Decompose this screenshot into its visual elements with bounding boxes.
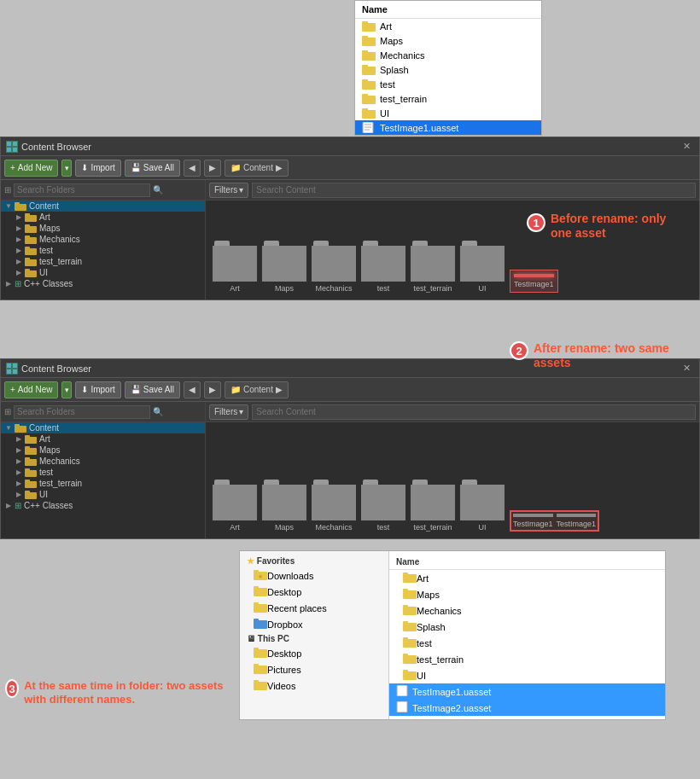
- add-new-dropdown-2[interactable]: ▾: [61, 381, 72, 398]
- folder-art-1[interactable]: Art: [213, 246, 257, 293]
- forward-button-2[interactable]: ▶: [204, 381, 221, 398]
- add-new-button-2[interactable]: + Add New: [4, 381, 58, 398]
- item-label: Art: [380, 21, 392, 32]
- close-button-1[interactable]: ✕: [680, 141, 694, 152]
- tree-content-2[interactable]: ▼ Content: [1, 422, 205, 433]
- save-all-button[interactable]: 💾 Save All: [125, 160, 180, 177]
- item-label: Splash: [380, 65, 409, 75]
- tree-mechanics-1[interactable]: ▶ Mechanics: [11, 234, 205, 245]
- item-label: Maps: [417, 590, 440, 600]
- folder-art-2[interactable]: Art: [213, 485, 257, 532]
- filters-button-1[interactable]: Filters ▾: [209, 183, 248, 198]
- back-button-2[interactable]: ◀: [184, 381, 201, 398]
- tree-art-1[interactable]: ▶ Art: [11, 212, 205, 223]
- fe-folder-mechanics[interactable]: Mechanics: [389, 602, 665, 619]
- tree-ui-2[interactable]: ▶ UI: [11, 489, 205, 500]
- fe-folder-ui[interactable]: UI: [389, 667, 665, 683]
- svg-rect-49: [25, 457, 30, 460]
- svg-rect-44: [25, 437, 37, 444]
- item-label: UI: [417, 671, 426, 681]
- fe-videos[interactable]: Videos: [240, 677, 388, 694]
- tree-testterrain-2[interactable]: ▶ test_terrain: [11, 478, 205, 489]
- fe-desktop-fav[interactable]: Desktop: [240, 584, 388, 600]
- dropdown-item-mechanics[interactable]: Mechanics: [355, 48, 541, 62]
- dropdown-item-testimage[interactable]: TestImage1.uasset: [355, 120, 541, 135]
- folder-mechanics-2[interactable]: Mechanics: [312, 485, 356, 532]
- tree-maps-2[interactable]: ▶ Maps: [11, 445, 205, 456]
- svg-rect-79: [403, 639, 417, 648]
- tree-content-1[interactable]: ▼ Content: [1, 201, 205, 212]
- dropdown-item-art[interactable]: Art: [355, 19, 541, 33]
- folder-thumb-icon: [312, 485, 356, 520]
- folder-maps-1[interactable]: Maps: [262, 246, 306, 293]
- tree-maps-1[interactable]: ▶ Maps: [11, 223, 205, 234]
- dropdown-item-splash[interactable]: Splash: [355, 62, 541, 77]
- folder-testterrain-1[interactable]: test_terrain: [411, 246, 455, 293]
- item-label: Splash: [417, 622, 446, 632]
- item-label: UI: [380, 108, 389, 119]
- add-new-dropdown[interactable]: ▾: [61, 160, 72, 177]
- import-button-2[interactable]: ⬇ Import: [75, 381, 120, 398]
- svg-rect-86: [397, 701, 407, 712]
- dropdown-item-test[interactable]: test: [355, 77, 541, 91]
- back-button[interactable]: ◀: [184, 160, 201, 177]
- tree-mechanics-2[interactable]: ▶ Mechanics: [11, 456, 205, 467]
- cpp-icon: ⊞: [15, 501, 21, 510]
- fe-pictures[interactable]: Pictures: [240, 661, 388, 677]
- tree-art-2[interactable]: ▶ Art: [11, 433, 205, 445]
- tree-test-2[interactable]: ▶ test: [11, 467, 205, 478]
- folder-label: test: [377, 284, 390, 293]
- fe-desktop-pc[interactable]: Desktop: [240, 645, 388, 661]
- folder-icon: [403, 572, 417, 584]
- fe-folder-art[interactable]: Art: [389, 570, 665, 586]
- fe-folder-maps[interactable]: Maps: [389, 586, 665, 602]
- tree-label: Content: [29, 423, 59, 433]
- folder-test-2[interactable]: test: [361, 485, 405, 532]
- folder-mechanics-1[interactable]: Mechanics: [312, 246, 356, 293]
- folder-test-1[interactable]: test: [361, 246, 405, 293]
- asset-icon: [557, 514, 597, 517]
- save-all-label-2: Save All: [143, 385, 174, 394]
- tree-test-1[interactable]: ▶ test: [11, 245, 205, 256]
- fe-folder-test[interactable]: test: [389, 635, 665, 651]
- fe-folder-splash[interactable]: Splash: [389, 619, 665, 635]
- fe-left-panel: ★ Favorites ★ Downloads Desktop: [240, 551, 389, 719]
- dropdown-item-testterrain[interactable]: test_terrain: [355, 91, 541, 106]
- svg-rect-22: [13, 148, 17, 152]
- search-content-input-2[interactable]: [252, 404, 696, 420]
- fe-file-testimage1[interactable]: TestImage1.uasset: [389, 683, 665, 700]
- fe-downloads[interactable]: ★ Downloads: [240, 567, 388, 584]
- fe-body: ★ Favorites ★ Downloads Desktop: [240, 551, 665, 719]
- asset-testimage1-2b[interactable]: TestImage1: [557, 514, 597, 528]
- asset-testimage1-1[interactable]: TestImage1: [514, 274, 554, 288]
- search-folders-input-2[interactable]: [14, 405, 150, 419]
- fe-dropbox[interactable]: Dropbox: [240, 616, 388, 632]
- filters-button-2[interactable]: Filters ▾: [209, 404, 248, 420]
- folder-ui-1[interactable]: UI: [460, 246, 505, 293]
- fe-file-testimage2[interactable]: TestImage2.uasset: [389, 700, 665, 716]
- folder-thumb-icon: [213, 246, 257, 282]
- folder-icon: [403, 604, 417, 617]
- tree-cppclasses-1[interactable]: ▶ ⊞ C++ Classes: [1, 278, 205, 289]
- folder-icon: [362, 64, 376, 75]
- asset-testimage1-2a[interactable]: TestImage1: [513, 514, 553, 528]
- search-folders-input[interactable]: [14, 183, 150, 197]
- svg-rect-42: [15, 426, 26, 433]
- folder-maps-2[interactable]: Maps: [262, 485, 306, 532]
- dropdown-item-ui[interactable]: UI: [355, 106, 541, 120]
- forward-button[interactable]: ▶: [204, 160, 221, 177]
- tree-ui-1[interactable]: ▶ UI: [11, 267, 205, 278]
- dropdown-item-maps[interactable]: Maps: [355, 33, 541, 48]
- tree-cppclasses-2[interactable]: ▶ ⊞ C++ Classes: [1, 500, 205, 511]
- add-new-button[interactable]: + Add New: [4, 160, 58, 177]
- fe-recent-places[interactable]: Recent places: [240, 600, 388, 616]
- folder-ui-2[interactable]: UI: [460, 485, 505, 532]
- import-button[interactable]: ⬇ Import: [75, 160, 120, 177]
- fe-folder-testterrain[interactable]: test_terrain: [389, 651, 665, 667]
- search-content-input-1[interactable]: [252, 183, 696, 198]
- tree-testterrain-1[interactable]: ▶ test_terrain: [11, 256, 205, 267]
- corner-marks: [515, 515, 551, 517]
- folder-icon: [362, 20, 376, 32]
- save-all-button-2[interactable]: 💾 Save All: [125, 381, 180, 398]
- folder-testterrain-2[interactable]: test_terrain: [411, 485, 455, 532]
